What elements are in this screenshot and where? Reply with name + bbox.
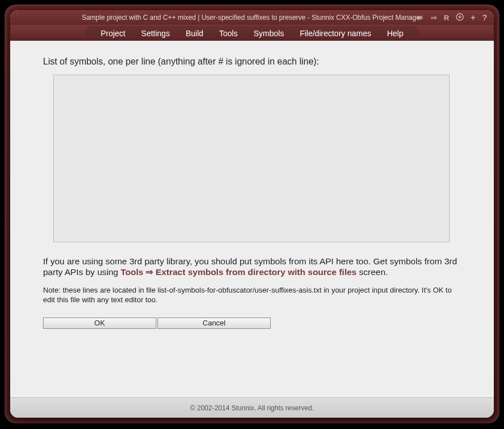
forward-icon[interactable]: ⇒ (430, 13, 437, 22)
menu-inner: Project Settings Build Tools Symbols Fil… (85, 25, 420, 41)
title-bar: Sample project with C and C++ mixed | Us… (10, 10, 494, 25)
menu-symbols[interactable]: Symbols (254, 29, 284, 38)
symbols-textarea[interactable] (53, 75, 450, 242)
menu-bar: Project Settings Build Tools Symbols Fil… (10, 25, 494, 41)
menu-tools[interactable]: Tools (219, 29, 238, 38)
ok-button[interactable]: OK (43, 318, 156, 329)
button-row: OK Cancel (43, 318, 461, 329)
add-circle-icon[interactable] (456, 13, 464, 23)
outer-frame: Sample project with C and C++ mixed | Us… (5, 5, 499, 423)
help-suffix: screen. (357, 267, 388, 277)
symbols-label: List of symbols, one per line (anything … (43, 57, 461, 67)
menu-help[interactable]: Help (387, 29, 403, 38)
extract-symbols-link[interactable]: Tools ⇒ Extract symbols from directory w… (121, 267, 357, 277)
copyright: © 2002-2014 Stunnix. All rights reserved… (190, 404, 314, 412)
menu-project[interactable]: Project (101, 29, 126, 38)
menu-build[interactable]: Build (186, 29, 203, 38)
textarea-wrap (53, 75, 461, 244)
note-text: Note: these lines are located in file li… (43, 286, 461, 305)
back-icon[interactable]: ⇐ (417, 13, 424, 22)
plus-icon[interactable]: + (471, 13, 475, 22)
help-text: If you are using some 3rd party library,… (43, 256, 461, 278)
menu-file-directory-names[interactable]: File/directory names (300, 29, 371, 38)
cancel-button[interactable]: Cancel (157, 318, 271, 329)
content-area: List of symbols, one per line (anything … (10, 41, 494, 397)
title-icons: ⇐ ⇒ R + ? (417, 13, 487, 23)
window-frame: Sample project with C and C++ mixed | Us… (10, 10, 494, 418)
help-icon[interactable]: ? (482, 13, 487, 22)
footer: © 2002-2014 Stunnix. All rights reserved… (10, 397, 494, 418)
menu-settings[interactable]: Settings (141, 29, 170, 38)
reload-icon[interactable]: R (444, 14, 449, 22)
